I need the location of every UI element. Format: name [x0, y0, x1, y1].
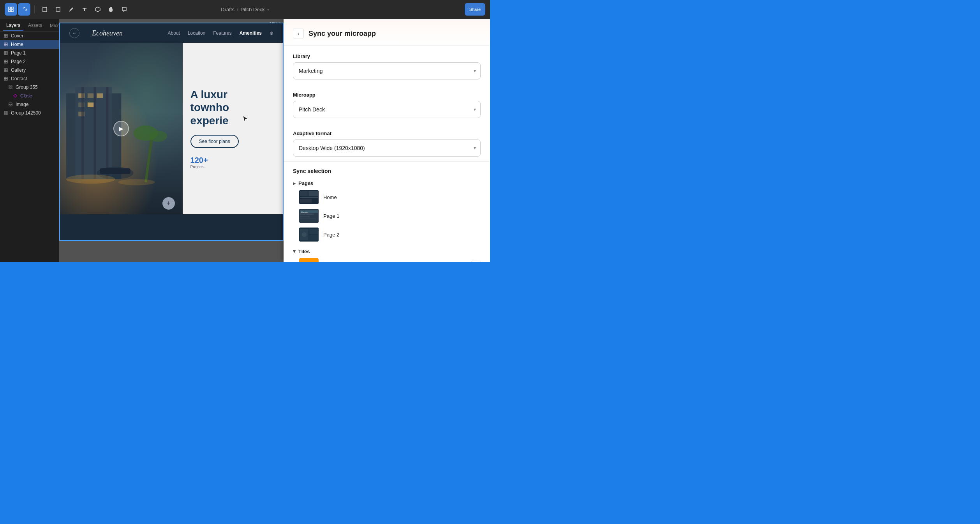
- pen-tool-btn[interactable]: [65, 3, 78, 16]
- preview-stats: 120+ Projects: [190, 156, 275, 169]
- tile-item-homebtm[interactable]: Get started Home BTN: [299, 256, 481, 262]
- svg-rect-24: [4, 62, 6, 64]
- layer-page2[interactable]: Page 2: [0, 57, 59, 66]
- layer-gallery-icon: [3, 67, 9, 73]
- nav-link-amenities: Amenities: [240, 30, 262, 36]
- pages-collapsible-header[interactable]: ▶ Pages: [293, 179, 481, 188]
- preview-hero-title: A luxur townho experie: [190, 88, 275, 127]
- left-sidebar: Layers Assets Microap... ▾ Cover Home: [0, 19, 59, 262]
- library-select[interactable]: Marketing: [293, 62, 481, 79]
- preview-stat-1: 120+ Projects: [190, 156, 208, 169]
- nav-link-about: About: [168, 30, 180, 36]
- library-select-wrapper: Marketing ▾: [293, 62, 481, 79]
- nav-link-location: Location: [188, 30, 205, 36]
- preview-hero-bg: ▶ +: [60, 43, 183, 214]
- layer-group355-icon: [8, 85, 13, 90]
- share-btn[interactable]: Share: [465, 3, 485, 16]
- component-tool-btn[interactable]: [92, 3, 104, 16]
- svg-rect-20: [4, 53, 6, 55]
- svg-text:Elevate: Elevate: [301, 211, 308, 213]
- page-thumb-page1: Elevate: [299, 209, 319, 223]
- move-tool-btn[interactable]: [18, 3, 30, 16]
- preview-plus-btn[interactable]: +: [162, 197, 175, 210]
- microapp-select[interactable]: Pitch Deck: [293, 101, 481, 118]
- svg-rect-36: [9, 88, 10, 89]
- layer-home[interactable]: Home: [0, 40, 59, 49]
- svg-rect-42: [6, 113, 7, 115]
- page-name-home: Home: [323, 194, 337, 200]
- library-label: Library: [293, 53, 481, 59]
- page-item-page2[interactable]: Page 2: [299, 225, 481, 244]
- breadcrumb-pitch-deck[interactable]: Pitch Deck: [241, 7, 265, 12]
- adaptive-format-section: Adaptive format Desktop Wide (1920x1080)…: [284, 123, 490, 161]
- nav-link-features: Features: [213, 30, 231, 36]
- preview-stat1-label: Projects: [190, 165, 208, 169]
- preview-nav-back[interactable]: ←: [69, 28, 79, 38]
- page-item-home[interactable]: Home: [299, 188, 481, 206]
- svg-rect-63: [308, 191, 318, 196]
- canvas-area: Home 100% ← Ecoheaven About Location Fea…: [59, 19, 284, 262]
- svg-rect-25: [6, 62, 8, 64]
- pages-section: ▶ Pages Home: [293, 179, 481, 244]
- tiles-collapse-arrow: ▶: [293, 250, 297, 253]
- shape-tool-btn[interactable]: [52, 3, 64, 16]
- page-name-page2: Page 2: [323, 232, 339, 238]
- svg-rect-65: [300, 199, 312, 203]
- tab-layers[interactable]: Layers: [3, 20, 23, 31]
- layer-page1[interactable]: Page 1: [0, 49, 59, 57]
- layer-close[interactable]: Close: [0, 92, 59, 100]
- svg-rect-58: [100, 168, 130, 174]
- frame-tool-btn[interactable]: [39, 3, 51, 16]
- hand-tool-btn[interactable]: [105, 3, 117, 16]
- comment-tool-btn[interactable]: [118, 3, 130, 16]
- tab-assets[interactable]: Assets: [25, 20, 45, 31]
- breadcrumb-drafts[interactable]: Drafts: [221, 7, 234, 12]
- svg-rect-11: [6, 34, 8, 36]
- svg-rect-69: [300, 216, 310, 217]
- nav-link-more: ⊕: [270, 30, 273, 36]
- tab-microapp[interactable]: Microap... ▾: [47, 20, 59, 31]
- svg-rect-10: [4, 34, 6, 36]
- adaptive-format-select[interactable]: Desktop Wide (1920x1080): [293, 139, 481, 157]
- svg-line-54: [146, 136, 152, 182]
- preview-stat1-value: 120+: [190, 156, 208, 165]
- text-tool-btn[interactable]: [78, 3, 91, 16]
- library-section: Library Marketing ▾: [284, 46, 490, 84]
- svg-rect-41: [4, 113, 5, 115]
- layer-image[interactable]: Image: [0, 100, 59, 109]
- preview-cta-btn[interactable]: See floor plans: [190, 135, 239, 148]
- svg-rect-70: [300, 218, 316, 219]
- layer-cover[interactable]: Cover: [0, 32, 59, 40]
- page-item-page1[interactable]: Elevate Page 1: [299, 206, 481, 225]
- tiles-section-title: Tiles: [298, 249, 310, 254]
- layer-group142500[interactable]: Group 142500: [0, 109, 59, 117]
- sync-header: ‹ Sync your microapp: [284, 20, 490, 46]
- svg-rect-4: [43, 7, 47, 11]
- svg-rect-15: [6, 43, 8, 44]
- layer-group355[interactable]: Group 355: [0, 83, 59, 92]
- toolbar-right: Share: [465, 3, 485, 16]
- svg-rect-46: [88, 94, 94, 98]
- select-tool-btn[interactable]: [5, 3, 17, 16]
- breadcrumb-chevron[interactable]: ▾: [267, 7, 269, 12]
- svg-rect-53: [106, 87, 108, 179]
- svg-rect-18: [4, 51, 6, 53]
- microapp-section: Microapp Pitch Deck ▾: [284, 84, 490, 123]
- preview-hero-content: A luxur townho experie See floor plans 1…: [183, 43, 283, 214]
- preview-nav-links: About Location Features Amenities ⊕: [168, 30, 273, 36]
- layer-contact-icon: [3, 76, 9, 81]
- svg-rect-74: [309, 229, 318, 234]
- svg-rect-14: [4, 43, 6, 44]
- svg-rect-51: [81, 87, 84, 179]
- sync-back-btn[interactable]: ‹: [293, 28, 304, 39]
- tiles-collapsible-header[interactable]: ▶ Tiles: [293, 247, 481, 256]
- layer-contact-label: Contact: [11, 76, 27, 81]
- svg-rect-33: [6, 79, 8, 81]
- right-panel: Tiled ✕ ‹ Sync your microapp Library Mar…: [284, 0, 490, 262]
- layer-contact[interactable]: Contact: [0, 74, 59, 83]
- layer-close-icon: [12, 93, 18, 99]
- breadcrumb-sep: /: [237, 7, 238, 12]
- svg-point-56: [149, 131, 167, 142]
- hero-title-line2: townho: [190, 101, 229, 113]
- layer-gallery[interactable]: Gallery: [0, 66, 59, 74]
